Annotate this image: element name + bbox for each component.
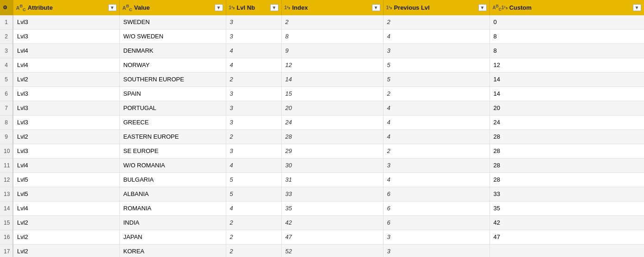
custom-type-icon: ABC1²₃ xyxy=(493,4,508,12)
attribute-cell: Lvl3 xyxy=(13,15,119,30)
index-cell: 52 xyxy=(281,245,383,257)
custom-header[interactable]: ABC1²₃ Custom ▼ xyxy=(489,0,644,15)
custom-cell: 0 xyxy=(489,15,644,30)
row-number-cell: 17 xyxy=(0,245,13,257)
index-cell: 14 xyxy=(281,73,383,87)
lvlnb-cell: 2 xyxy=(226,130,281,144)
attribute-filter-icon[interactable]: ▼ xyxy=(108,4,117,11)
value-cell: PORTUGAL xyxy=(119,101,226,116)
value-cell: ROMANIA xyxy=(119,202,226,216)
custom-cell: 24 xyxy=(489,116,644,130)
index-type-icon: 1²₃ xyxy=(285,5,291,10)
index-cell: 47 xyxy=(281,230,383,245)
index-cell: 24 xyxy=(281,116,383,130)
prevlvl-header[interactable]: 1²₃ Previous Lvl ▼ xyxy=(383,0,489,15)
attribute-cell: Lvl2 xyxy=(13,245,119,257)
row-number-cell: 10 xyxy=(0,144,13,159)
custom-cell: 33 xyxy=(489,187,644,202)
lvlnb-header-label: Lvl Nb xyxy=(236,4,255,11)
index-cell: 2 xyxy=(281,15,383,30)
value-cell: SE EUROPE xyxy=(119,144,226,159)
index-filter-icon[interactable]: ▼ xyxy=(372,4,380,11)
attribute-cell: Lvl4 xyxy=(13,202,119,216)
table-row: 16Lvl2JAPAN247347 xyxy=(0,230,644,245)
table-row: 7Lvl3PORTUGAL320420 xyxy=(0,101,644,116)
custom-cell: 20 xyxy=(489,101,644,116)
lvlnb-cell: 2 xyxy=(226,216,281,230)
prevlvl-cell: 6 xyxy=(383,216,489,230)
value-cell: DENMARK xyxy=(119,44,226,58)
value-cell: KOREA xyxy=(119,245,226,257)
table-row: 4Lvl4NORWAY412512 xyxy=(0,58,644,73)
attribute-type-icon: ABC xyxy=(16,4,26,12)
value-header[interactable]: ABC Value ▼ xyxy=(119,0,226,15)
row-number-cell: 16 xyxy=(0,230,13,245)
attribute-cell: Lvl3 xyxy=(13,87,119,101)
prevlvl-cell: 4 xyxy=(383,101,489,116)
table-row: 13Lvl5ALBANIA533633 xyxy=(0,187,644,202)
row-number-cell: 8 xyxy=(0,116,13,130)
custom-header-label: Custom xyxy=(509,4,532,11)
prevlvl-cell: 5 xyxy=(383,58,489,73)
lvlnb-filter-icon[interactable]: ▼ xyxy=(270,4,279,11)
row-number-cell: 5 xyxy=(0,73,13,87)
value-header-label: Value xyxy=(134,4,150,11)
value-cell: JAPAN xyxy=(119,230,226,245)
header-row: ⚙ ABC Attribute ▼ ABC Value ▼ xyxy=(0,0,644,15)
index-cell: 20 xyxy=(281,101,383,116)
value-cell: SOUTHERN EUROPE xyxy=(119,73,226,87)
attribute-cell: Lvl2 xyxy=(13,130,119,144)
prevlvl-filter-icon[interactable]: ▼ xyxy=(478,4,487,11)
lvlnb-cell: 3 xyxy=(226,101,281,116)
index-cell: 29 xyxy=(281,144,383,159)
table-row: 9Lvl2EASTERN EUROPE228428 xyxy=(0,130,644,144)
lvlnb-type-icon: 1²₃ xyxy=(229,5,235,10)
value-cell: W/O SWEDEN xyxy=(119,30,226,44)
prevlvl-cell: 4 xyxy=(383,30,489,44)
attribute-header[interactable]: ABC Attribute ▼ xyxy=(13,0,119,15)
row-number-cell: 12 xyxy=(0,173,13,187)
value-cell: W/O ROMANIA xyxy=(119,159,226,173)
value-cell: SPAIN xyxy=(119,87,226,101)
lvlnb-header[interactable]: 1²₃ Lvl Nb ▼ xyxy=(226,0,281,15)
prevlvl-cell: 2 xyxy=(383,144,489,159)
row-number-cell: 2 xyxy=(0,30,13,44)
table-row: 11Lvl4W/O ROMANIA430328 xyxy=(0,159,644,173)
value-filter-icon[interactable]: ▼ xyxy=(215,4,223,11)
prevlvl-cell: 3 xyxy=(383,230,489,245)
prevlvl-type-icon: 1²₃ xyxy=(386,5,392,10)
index-cell: 30 xyxy=(281,159,383,173)
attribute-cell: Lvl3 xyxy=(13,116,119,130)
table-row: 5Lvl2SOUTHERN EUROPE214514 xyxy=(0,73,644,87)
lvlnb-cell: 5 xyxy=(226,187,281,202)
custom-cell: 8 xyxy=(489,30,644,44)
index-cell: 9 xyxy=(281,44,383,58)
custom-cell: 47 xyxy=(489,230,644,245)
row-number-cell: 9 xyxy=(0,130,13,144)
custom-cell xyxy=(489,245,644,257)
table-settings-icon[interactable]: ⚙ xyxy=(3,5,7,11)
attribute-cell: Lvl2 xyxy=(13,230,119,245)
row-number-header: ⚙ xyxy=(0,0,13,15)
index-header[interactable]: 1²₃ Index ▼ xyxy=(281,0,383,15)
row-number-cell: 6 xyxy=(0,87,13,101)
row-number-cell: 15 xyxy=(0,216,13,230)
lvlnb-cell: 3 xyxy=(226,30,281,44)
row-number-cell: 3 xyxy=(0,44,13,58)
table-row: 17Lvl2KOREA2523 xyxy=(0,245,644,257)
attribute-header-label: Attribute xyxy=(28,4,53,11)
attribute-cell: Lvl3 xyxy=(13,144,119,159)
prevlvl-header-label: Previous Lvl xyxy=(394,4,429,11)
lvlnb-cell: 3 xyxy=(226,144,281,159)
data-table: ⚙ ABC Attribute ▼ ABC Value ▼ xyxy=(0,0,644,257)
prevlvl-cell: 4 xyxy=(383,130,489,144)
prevlvl-cell: 4 xyxy=(383,116,489,130)
table-row: 8Lvl3GREECE324424 xyxy=(0,116,644,130)
custom-cell: 28 xyxy=(489,159,644,173)
lvlnb-cell: 4 xyxy=(226,44,281,58)
custom-filter-icon[interactable]: ▼ xyxy=(633,4,641,11)
prevlvl-cell: 3 xyxy=(383,159,489,173)
value-cell: NORWAY xyxy=(119,58,226,73)
lvlnb-cell: 3 xyxy=(226,15,281,30)
attribute-cell: Lvl2 xyxy=(13,216,119,230)
